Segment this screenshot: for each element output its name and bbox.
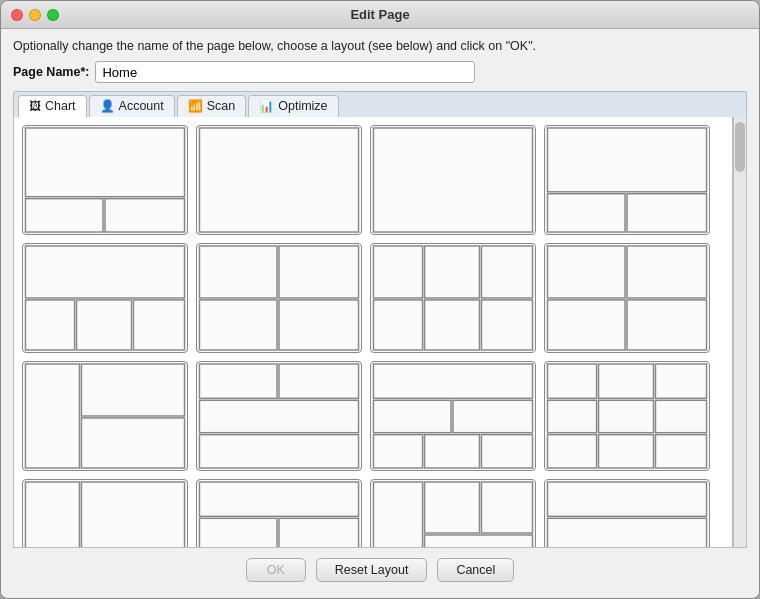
layout-card-2[interactable] (196, 125, 362, 235)
description-text: Optionally change the name of the page b… (13, 39, 747, 53)
svg-rect-24 (547, 300, 625, 350)
layout-card-16[interactable] (544, 479, 710, 548)
svg-rect-15 (279, 300, 359, 350)
svg-rect-7 (627, 194, 707, 232)
layout-grid (13, 117, 733, 548)
svg-rect-39 (547, 364, 596, 398)
tab-chart-label: Chart (45, 99, 76, 113)
page-name-input[interactable] (95, 61, 475, 83)
svg-rect-21 (481, 300, 532, 350)
ok-button[interactable]: OK (246, 558, 306, 582)
page-name-label: Page Name*: (13, 65, 89, 79)
window-body: Optionally change the name of the page b… (1, 29, 759, 598)
svg-rect-49 (81, 482, 184, 548)
scrollbar[interactable] (733, 117, 747, 548)
layout-row-4 (22, 479, 724, 548)
svg-rect-9 (25, 300, 74, 350)
edit-page-window: Edit Page Optionally change the name of … (0, 0, 760, 599)
svg-rect-58 (547, 482, 706, 516)
tab-optimize-label: Optimize (278, 99, 327, 113)
layout-card-1[interactable] (22, 125, 188, 235)
svg-rect-51 (199, 518, 277, 548)
svg-rect-6 (547, 194, 625, 232)
tab-scan-label: Scan (207, 99, 236, 113)
svg-rect-30 (279, 364, 359, 398)
tab-account-label: Account (119, 99, 164, 113)
svg-rect-40 (599, 364, 654, 398)
tab-scan[interactable]: 📶 Scan (177, 95, 247, 117)
svg-rect-34 (373, 400, 451, 432)
layout-card-14[interactable] (196, 479, 362, 548)
chart-icon: 🖼 (29, 99, 41, 113)
layout-card-11[interactable] (370, 361, 536, 471)
svg-rect-46 (599, 435, 654, 468)
svg-rect-38 (481, 435, 532, 468)
svg-rect-36 (373, 435, 422, 468)
svg-rect-8 (25, 246, 184, 298)
svg-rect-44 (655, 400, 706, 432)
tab-optimize[interactable]: 📊 Optimize (248, 95, 338, 117)
svg-rect-57 (425, 535, 533, 548)
svg-rect-25 (627, 300, 707, 350)
svg-rect-33 (373, 364, 532, 398)
svg-rect-0 (25, 128, 184, 197)
svg-rect-12 (199, 246, 277, 298)
cancel-button[interactable]: Cancel (437, 558, 514, 582)
svg-rect-23 (627, 246, 707, 298)
layout-row-1 (22, 125, 724, 235)
layout-card-3[interactable] (370, 125, 536, 235)
layout-card-6[interactable] (196, 243, 362, 353)
svg-rect-31 (199, 400, 358, 432)
svg-rect-14 (199, 300, 277, 350)
svg-rect-52 (279, 518, 359, 548)
layout-container (13, 117, 747, 548)
maximize-button[interactable] (47, 9, 59, 21)
svg-rect-26 (25, 364, 79, 468)
layout-card-9[interactable] (22, 361, 188, 471)
tab-account[interactable]: 👤 Account (89, 95, 175, 117)
layout-card-5[interactable] (22, 243, 188, 353)
svg-rect-4 (373, 128, 532, 232)
reset-layout-button[interactable]: Reset Layout (316, 558, 428, 582)
layout-card-7[interactable] (370, 243, 536, 353)
svg-rect-47 (655, 435, 706, 468)
svg-rect-11 (133, 300, 184, 350)
svg-rect-19 (373, 300, 422, 350)
minimize-button[interactable] (29, 9, 41, 21)
page-name-row: Page Name*: (13, 61, 747, 83)
layout-card-13[interactable] (22, 479, 188, 548)
svg-rect-13 (279, 246, 359, 298)
layout-row-2 (22, 243, 724, 353)
close-button[interactable] (11, 9, 23, 21)
svg-rect-22 (547, 246, 625, 298)
layout-card-12[interactable] (544, 361, 710, 471)
svg-rect-29 (199, 364, 277, 398)
svg-rect-48 (25, 482, 79, 548)
svg-rect-43 (599, 400, 654, 432)
tab-chart[interactable]: 🖼 Chart (18, 95, 87, 118)
svg-rect-56 (481, 482, 532, 533)
title-bar: Edit Page (1, 1, 759, 29)
svg-rect-5 (547, 128, 706, 192)
svg-rect-17 (425, 246, 480, 298)
svg-rect-42 (547, 400, 596, 432)
svg-rect-50 (199, 482, 358, 516)
svg-rect-3 (199, 128, 358, 232)
layout-card-10[interactable] (196, 361, 362, 471)
optimize-icon: 📊 (259, 99, 274, 113)
svg-rect-20 (425, 300, 480, 350)
window-controls (11, 9, 59, 21)
layout-card-4[interactable] (544, 125, 710, 235)
svg-rect-54 (373, 482, 422, 548)
svg-rect-41 (655, 364, 706, 398)
layout-card-15[interactable] (370, 479, 536, 548)
svg-rect-32 (199, 435, 358, 468)
layout-card-8[interactable] (544, 243, 710, 353)
layout-row-3 (22, 361, 724, 471)
svg-rect-28 (81, 418, 184, 468)
svg-rect-16 (373, 246, 422, 298)
svg-rect-45 (547, 435, 596, 468)
scrollbar-thumb[interactable] (735, 122, 745, 172)
svg-rect-55 (425, 482, 480, 533)
tabs-bar: 🖼 Chart 👤 Account 📶 Scan 📊 Optimize (13, 91, 747, 117)
